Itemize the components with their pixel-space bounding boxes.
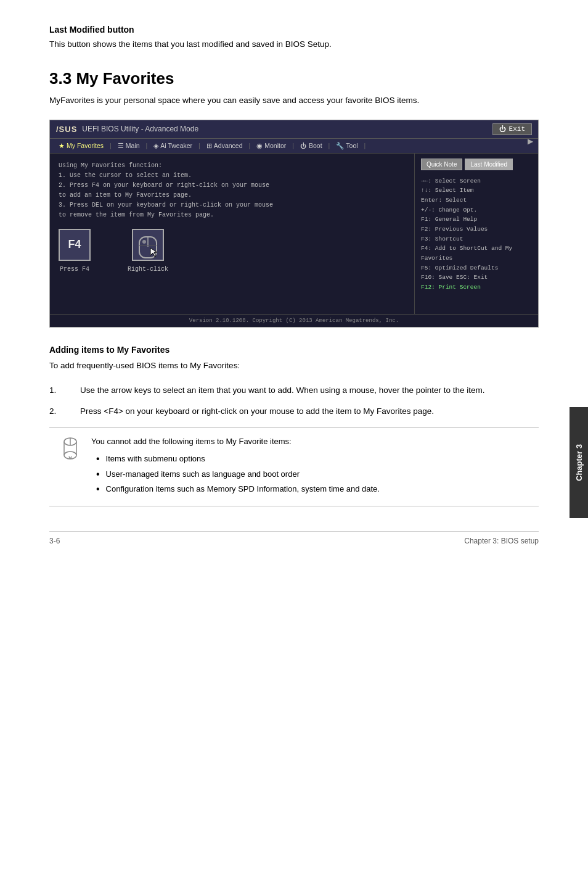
adding-intro: To add frequently-used BIOS items to My … (49, 360, 539, 372)
bullet-text-1: Items with submenu options (106, 453, 205, 466)
exit-label: Exit (509, 125, 525, 133)
bios-menu-advanced[interactable]: ⊞ Advanced (203, 141, 247, 151)
step2-text: Press <F4> on your keyboard or right-cli… (80, 405, 434, 418)
chapter-sidebar-text: Chapter 3 (574, 444, 584, 481)
boot-label: Boot (309, 142, 322, 149)
mouse-icon-block: Right-click (128, 229, 168, 273)
bios-screenshot: /SUS UEFI BIOS Utility - Advanced Mode ⏻… (49, 120, 539, 328)
bios-side-panel: Quick Note Last Modified →←: Select Scre… (415, 154, 538, 314)
quick-note-button[interactable]: Quick Note (421, 159, 462, 170)
help-line-4: +/-: Change Opt. (421, 205, 532, 215)
footer-page-number: 3-6 (49, 537, 60, 545)
last-modified-section: Last Modified button This button shows t… (49, 25, 539, 51)
favorites-icon: ★ (59, 142, 65, 149)
help-line-10: F10: Save ESC: Exit (421, 273, 532, 283)
section-number: 3.3 (49, 69, 71, 88)
svg-point-2 (142, 240, 146, 244)
section-heading: 3.3 My Favorites (49, 69, 539, 88)
step1-text: Use the arrow keys to select an item tha… (80, 384, 485, 397)
bios-title-left: /SUS UEFI BIOS Utility - Advanced Mode (56, 125, 198, 134)
bios-menu-boot[interactable]: ⏻ Boot (296, 141, 326, 151)
instruction-step-2: 2. Press F4 on your keyboard or right-cl… (59, 181, 406, 191)
bios-menu-monitor[interactable]: ◉ Monitor (253, 141, 290, 151)
bios-content: Using My Favorites function: 1. Use the … (50, 154, 538, 314)
bullet-dot-1: • (96, 453, 100, 466)
bios-menubar: ★ My Favorites | ☰ Main | ◈ Ai Tweaker |… (50, 139, 538, 154)
adding-step-2: 2. Press <F4> on your keyboard or right-… (49, 405, 539, 418)
bullet-text-2: User-managed items such as language and … (106, 468, 300, 481)
help-line-2: ↑↓: Select Item (421, 186, 532, 196)
footer-chapter: Chapter 3: BIOS setup (464, 537, 539, 545)
help-line-9: F5: Optimized Defaults (421, 263, 532, 273)
adding-steps-list: 1. Use the arrow keys to select an item … (49, 384, 539, 418)
bullet-dot-2: • (96, 468, 100, 481)
f4-icon-block: F4 Press F4 (59, 229, 91, 273)
note-intro: You cannot add the following items to My… (91, 435, 380, 448)
section-33: 3.3 My Favorites MyFavorites is your per… (49, 69, 539, 107)
ai-tweaker-label: Ai Tweaker (160, 142, 192, 149)
bios-side-buttons: Quick Note Last Modified (421, 159, 532, 170)
menu-sep-7: | (364, 142, 366, 149)
help-line-1: →←: Select Screen (421, 176, 532, 186)
note-bullet-3: • Configuration items such as Memory SPD… (91, 483, 380, 496)
note-box: You cannot add the following items to My… (49, 427, 539, 506)
bios-title-text: UEFI BIOS Utility - Advanced Mode (82, 125, 198, 133)
bullet-text-3: Configuration items such as Memory SPD I… (106, 483, 380, 496)
tool-icon: 🔧 (336, 142, 344, 150)
svg-point-8 (64, 452, 76, 459)
mouse-icon (132, 229, 164, 261)
bios-instructions: Using My Favorites function: 1. Use the … (59, 161, 406, 220)
monitor-label: Monitor (264, 142, 286, 149)
menu-sep-4: | (249, 142, 251, 149)
instruction-step-1: 1. Use the cursor to select an item. (59, 171, 406, 181)
help-line-3: Enter: Select (421, 196, 532, 205)
menu-sep-3: | (198, 142, 200, 149)
step2-number: 2. (49, 405, 68, 418)
help-line-11: F12: Print Screen (421, 283, 532, 292)
page-footer: 3-6 Chapter 3: BIOS setup (49, 531, 539, 545)
section-intro: MyFavorites is your personal space where… (49, 94, 539, 107)
note-bullet-1: • Items with submenu options (91, 453, 380, 466)
section-title: My Favorites (76, 69, 174, 88)
help-line-6: F2: Previous Values (421, 225, 532, 234)
bios-menu-ai-tweaker[interactable]: ◈ Ai Tweaker (150, 141, 196, 151)
bios-titlebar: /SUS UEFI BIOS Utility - Advanced Mode ⏻… (50, 120, 538, 139)
menu-nav-arrow[interactable]: ▶ (528, 137, 533, 146)
main-icon: ☰ (118, 142, 124, 149)
page-container: Last Modified button This button shows t… (0, 0, 588, 570)
adding-step-1: 1. Use the arrow keys to select an item … (49, 384, 539, 397)
tool-label: Tool (346, 142, 357, 149)
main-label: Main (126, 142, 140, 149)
adding-title: Adding items to My Favorites (49, 345, 539, 355)
menu-sep-2: | (146, 142, 148, 149)
exit-icon: ⏻ (499, 125, 506, 133)
bios-menu-favorites[interactable]: ★ My Favorites (55, 141, 107, 151)
bios-icons-row: F4 Press F4 (59, 229, 406, 273)
bios-main-panel: Using My Favorites function: 1. Use the … (50, 154, 415, 314)
instruction-step-3b: to remove the item from My Favorites pag… (59, 210, 406, 220)
instruction-step-3: 3. Press DEL on your keyboard or right-c… (59, 200, 406, 210)
menu-sep-1: | (110, 142, 112, 149)
right-click-label: Right-click (128, 266, 168, 273)
help-line-5: F1: General Help (421, 215, 532, 225)
note-pencil-icon (59, 437, 81, 464)
monitor-icon: ◉ (256, 142, 263, 149)
bios-menu-tool[interactable]: 🔧 Tool (332, 141, 361, 151)
advanced-label: Advanced (214, 142, 243, 149)
last-modified-button[interactable]: Last Modified (465, 159, 512, 170)
menu-sep-6: | (329, 142, 330, 149)
bios-menu-main[interactable]: ☰ Main (114, 141, 144, 151)
last-modified-title: Last Modified button (49, 25, 539, 35)
bios-help-text: →←: Select Screen ↑↓: Select Item Enter:… (421, 176, 532, 292)
bullet-dot-3: • (96, 483, 100, 496)
help-line-8: F4: Add to ShortCut and My Favorites (421, 244, 532, 263)
menu-sep-5: | (292, 142, 294, 149)
bios-exit-button[interactable]: ⏻ Exit (492, 123, 532, 135)
adding-section: Adding items to My Favorites To add freq… (49, 345, 539, 507)
ai-tweaker-icon: ◈ (153, 142, 158, 149)
note-bullet-2: • User-managed items such as language an… (91, 468, 380, 481)
instruction-step-2b: to add an item to My Favorites page. (59, 191, 406, 200)
last-modified-body: This button shows the items that you las… (49, 38, 539, 51)
bios-footer: Version 2.10.1208. Copyright (C) 2013 Am… (50, 314, 538, 327)
f4-key-icon: F4 (59, 229, 91, 261)
